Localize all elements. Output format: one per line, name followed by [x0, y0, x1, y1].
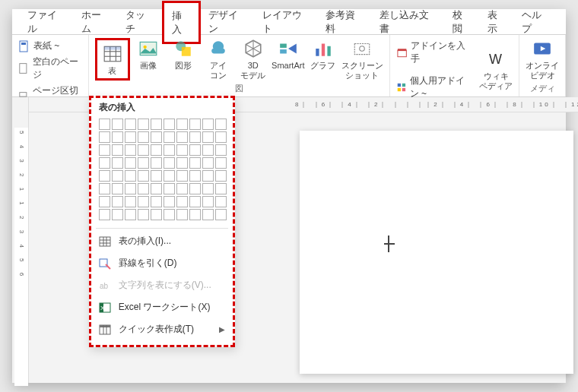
grid-cell[interactable] [125, 209, 136, 220]
grid-cell[interactable] [138, 157, 149, 169]
grid-cell[interactable] [189, 157, 201, 169]
grid-cell[interactable] [202, 119, 214, 130]
grid-cell[interactable] [176, 144, 188, 156]
grid-cell[interactable] [138, 196, 149, 207]
grid-cell[interactable] [125, 157, 136, 169]
document-page[interactable] [300, 131, 573, 374]
icons-button[interactable]: アイ コン [202, 38, 235, 81]
insert-table-item[interactable]: 表の挿入(I)... [91, 230, 233, 252]
cover-page-button[interactable]: 表紙 ~ [18, 38, 82, 54]
grid-cell[interactable] [99, 131, 110, 143]
grid-cell[interactable] [164, 209, 175, 220]
grid-cell[interactable] [99, 170, 110, 182]
grid-cell[interactable] [164, 157, 175, 169]
smartart-button[interactable]: SmartArt [272, 38, 305, 81]
3d-models-button[interactable]: 3D モデル [237, 38, 270, 81]
grid-cell[interactable] [164, 183, 175, 194]
grid-cell[interactable] [176, 209, 188, 220]
grid-cell[interactable] [176, 131, 188, 143]
grid-cell[interactable] [138, 144, 149, 156]
grid-cell[interactable] [151, 196, 162, 207]
chart-button[interactable]: グラフ [306, 38, 340, 81]
icons-label: アイ コン [210, 61, 227, 81]
grid-cell[interactable] [138, 170, 149, 182]
grid-cell[interactable] [112, 196, 123, 207]
grid-cell[interactable] [176, 196, 188, 207]
grid-cell[interactable] [215, 119, 227, 130]
grid-cell[interactable] [202, 170, 214, 182]
grid-cell[interactable] [189, 144, 201, 156]
quick-tables-item[interactable]: クイック表作成(T) ▶ [91, 318, 233, 340]
grid-cell[interactable] [151, 170, 162, 182]
grid-cell[interactable] [215, 170, 227, 182]
grid-cell[interactable] [112, 144, 123, 156]
grid-cell[interactable] [189, 119, 201, 130]
wikipedia-button[interactable]: W ウィキ ペディア [479, 49, 513, 91]
grid-cell[interactable] [125, 183, 136, 194]
grid-cell[interactable] [202, 144, 214, 156]
grid-cell[interactable] [151, 157, 162, 169]
grid-cell[interactable] [112, 209, 123, 220]
grid-cell[interactable] [138, 209, 149, 220]
grid-cell[interactable] [138, 119, 149, 130]
grid-cell[interactable] [99, 157, 110, 169]
blank-page-button[interactable]: 空白のページ [18, 54, 82, 83]
grid-cell[interactable] [202, 196, 214, 207]
grid-cell[interactable] [125, 196, 136, 207]
grid-cell[interactable] [189, 209, 201, 220]
grid-cell[interactable] [112, 157, 123, 169]
grid-cell[interactable] [164, 131, 175, 143]
grid-cell[interactable] [99, 144, 110, 156]
grid-cell[interactable] [176, 119, 188, 130]
grid-cell[interactable] [99, 119, 110, 130]
grid-cell[interactable] [215, 157, 227, 169]
grid-cell[interactable] [125, 131, 136, 143]
grid-cell[interactable] [151, 131, 162, 143]
grid-cell[interactable] [189, 196, 201, 207]
grid-cell[interactable] [164, 119, 175, 130]
grid-cell[interactable] [164, 144, 175, 156]
grid-cell[interactable] [215, 183, 227, 194]
grid-cell[interactable] [125, 119, 136, 130]
grid-cell[interactable] [215, 196, 227, 207]
grid-cell[interactable] [112, 131, 123, 143]
grid-cell[interactable] [138, 183, 149, 194]
online-video-button[interactable]: オンライ ビデオ [526, 38, 559, 81]
draw-table-item[interactable]: 罫線を引く(D) [91, 252, 233, 274]
grid-cell[interactable] [151, 209, 162, 220]
grid-cell[interactable] [125, 144, 136, 156]
grid-cell[interactable] [215, 209, 227, 220]
grid-cell[interactable] [215, 131, 227, 143]
pictures-button[interactable]: 画像 [132, 38, 165, 81]
grid-cell[interactable] [189, 170, 201, 182]
grid-cell[interactable] [112, 119, 123, 130]
get-addins-button[interactable]: アドインを入手 [396, 38, 472, 67]
excel-sheet-item[interactable]: X Excel ワークシート(X) [91, 296, 233, 318]
grid-cell[interactable] [138, 131, 149, 143]
grid-cell[interactable] [112, 183, 123, 194]
grid-cell[interactable] [202, 209, 214, 220]
grid-cell[interactable] [176, 157, 188, 169]
grid-cell[interactable] [151, 144, 162, 156]
grid-cell[interactable] [151, 183, 162, 194]
grid-cell[interactable] [125, 170, 136, 182]
grid-cell[interactable] [164, 170, 175, 182]
grid-cell[interactable] [202, 157, 214, 169]
grid-cell[interactable] [202, 131, 214, 143]
grid-cell[interactable] [99, 183, 110, 194]
shapes-button[interactable]: 図形 [167, 38, 200, 81]
grid-cell[interactable] [215, 144, 227, 156]
table-size-grid[interactable] [91, 115, 233, 226]
grid-cell[interactable] [112, 170, 123, 182]
grid-cell[interactable] [189, 183, 201, 194]
grid-cell[interactable] [176, 183, 188, 194]
grid-cell[interactable] [99, 209, 110, 220]
grid-cell[interactable] [151, 119, 162, 130]
grid-cell[interactable] [164, 196, 175, 207]
grid-cell[interactable] [202, 183, 214, 194]
table-button[interactable]: 表 [95, 38, 130, 81]
grid-cell[interactable] [99, 196, 110, 207]
grid-cell[interactable] [189, 131, 201, 143]
grid-cell[interactable] [176, 170, 188, 182]
screenshot-button[interactable]: スクリーン ショット [341, 38, 383, 81]
